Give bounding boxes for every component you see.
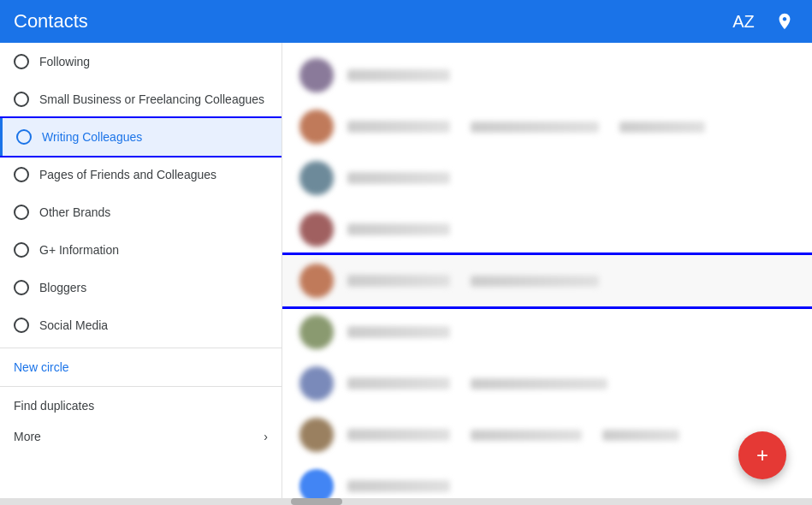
contact-row[interactable] (282, 50, 812, 101)
contact-email (471, 378, 608, 389)
contact-row[interactable] (282, 306, 812, 358)
contact-row-highlighted[interactable] (282, 255, 812, 306)
contact-info (347, 377, 795, 389)
app-title: Contacts (14, 10, 88, 33)
sidebar-item-label: Following (39, 54, 268, 69)
horizontal-scrollbar[interactable] (0, 498, 812, 505)
circle-icon (14, 167, 29, 182)
circle-icon (16, 129, 32, 145)
main-layout: Following Small Business or Freelancing … (0, 43, 812, 505)
contact-name (347, 326, 450, 338)
more-button[interactable]: More › (0, 421, 282, 452)
new-circle-button[interactable]: New circle (0, 352, 282, 383)
avatar (299, 264, 334, 298)
sidebar-item-writing-colleagues[interactable]: Writing Colleagues (0, 118, 282, 156)
contact-name (347, 480, 450, 492)
contact-name (347, 121, 450, 133)
circle-icon (14, 205, 29, 220)
contact-name (347, 172, 450, 184)
circle-icon (14, 54, 29, 69)
sidebar-item-small-business[interactable]: Small Business or Freelancing Colleagues (0, 80, 282, 118)
contact-name (347, 223, 450, 235)
contact-name (347, 275, 450, 287)
sidebar-item-bloggers[interactable]: Bloggers (0, 269, 282, 306)
avatar (299, 58, 334, 92)
sidebar-item-label: Other Brands (39, 205, 268, 220)
avatar (299, 418, 334, 452)
circle-icon (14, 280, 29, 295)
sidebar-item-following[interactable]: Following (0, 43, 282, 80)
sidebar: Following Small Business or Freelancing … (0, 43, 282, 505)
sidebar-item-social-media[interactable]: Social Media (0, 306, 282, 344)
sidebar-item-label: Small Business or Freelancing Colleagues (39, 92, 268, 107)
sidebar-item-label: Writing Colleagues (42, 129, 268, 145)
contact-info (347, 69, 795, 81)
contact-info (347, 172, 795, 184)
contact-info (347, 223, 795, 235)
avatar (299, 161, 334, 195)
avatar (299, 212, 334, 247)
sidebar-item-label: Pages of Friends and Colleagues (39, 167, 268, 182)
find-duplicates-button[interactable]: Find duplicates (0, 390, 282, 421)
contact-row[interactable] (282, 204, 812, 255)
contact-email (471, 430, 582, 441)
sidebar-item-other-brands[interactable]: Other Brands (0, 193, 282, 231)
divider (0, 386, 282, 387)
contact-row[interactable] (282, 152, 812, 204)
contact-extra (619, 122, 705, 133)
contact-info (347, 326, 795, 338)
sidebar-item-label: Social Media (39, 318, 268, 333)
sort-az-icon[interactable]: AZ (730, 8, 757, 35)
contact-info (347, 480, 795, 492)
avatar (299, 366, 334, 401)
avatar (299, 315, 334, 349)
chevron-right-icon: › (264, 430, 268, 443)
contact-name (347, 429, 450, 441)
contact-email (471, 276, 599, 287)
contact-email (471, 122, 599, 133)
add-contact-fab[interactable]: + (738, 431, 786, 479)
contact-row[interactable] (282, 409, 812, 460)
contact-info (347, 121, 795, 133)
sidebar-item-gplus-info[interactable]: G+ Information (0, 231, 282, 269)
header-actions: AZ (730, 8, 798, 35)
contact-info (347, 429, 795, 441)
contact-extra (602, 430, 679, 441)
contact-name (347, 69, 450, 81)
sidebar-item-pages-friends[interactable]: Pages of Friends and Colleagues (0, 156, 282, 193)
contact-info (347, 275, 795, 287)
add-icon: + (756, 443, 768, 467)
contact-row[interactable] (282, 101, 812, 152)
scrollbar-thumb[interactable] (291, 498, 342, 505)
circle-icon (14, 242, 29, 258)
contact-name (347, 377, 450, 389)
contact-row[interactable] (282, 358, 812, 409)
location-icon[interactable] (771, 8, 798, 35)
sidebar-item-label: Bloggers (39, 280, 268, 295)
avatar (299, 110, 334, 144)
divider (0, 348, 282, 348)
circle-icon (14, 92, 29, 107)
app-header: Contacts AZ (0, 0, 812, 43)
contact-list (282, 43, 812, 505)
sidebar-item-label: G+ Information (39, 242, 268, 258)
circle-icon (14, 318, 29, 333)
